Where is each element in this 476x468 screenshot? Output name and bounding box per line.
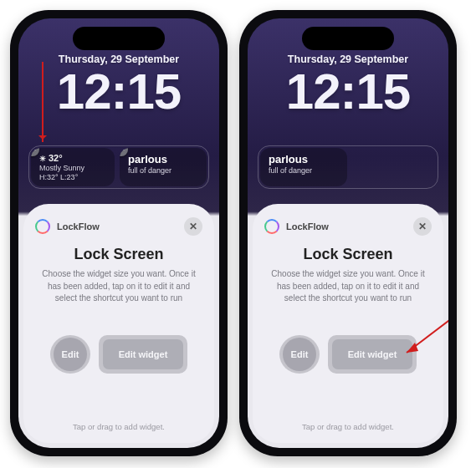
lockflow-app-icon [35, 219, 50, 234]
phone-right: Thursday, 29 September 12:15 parlous ful… [239, 10, 457, 456]
device-notch [73, 27, 165, 50]
widget-size-wide[interactable]: Edit widget [328, 335, 417, 374]
empty-widget-slot[interactable] [352, 148, 436, 186]
screen: Thursday, 29 September 12:15 − 32° Mostl… [18, 18, 219, 448]
word-term: parlous [128, 153, 198, 166]
widget-row[interactable]: parlous full of danger [258, 145, 438, 189]
weather-hilo: H:32° L:23° [39, 173, 106, 182]
widget-size-small[interactable]: Edit [50, 335, 90, 374]
wide-widget-label: Edit widget [348, 349, 397, 359]
sheet-hint: Tap or drag to add widget. [264, 422, 432, 436]
lock-time[interactable]: 12:15 [248, 67, 448, 117]
sheet-title: Lock Screen [35, 246, 202, 263]
weather-condition: Mostly Sunny [39, 164, 106, 173]
widget-config-sheet: LockFlow ✕ Lock Screen Choose the widget… [253, 204, 443, 443]
sheet-title: Lock Screen [264, 246, 432, 263]
sun-icon [39, 153, 49, 163]
small-widget-label: Edit [291, 349, 309, 359]
widget-size-wide[interactable]: Edit widget [99, 335, 187, 374]
lock-time[interactable]: 12:15 [18, 67, 219, 117]
remove-widget-button[interactable]: − [120, 148, 128, 156]
widget-size-small[interactable]: Edit [279, 335, 320, 374]
close-button[interactable]: ✕ [184, 217, 202, 236]
word-widget[interactable]: parlous full of danger [260, 148, 347, 186]
word-term: parlous [269, 153, 339, 166]
word-definition: full of danger [269, 166, 339, 176]
weather-temp: 32° [49, 153, 63, 163]
small-widget-label: Edit [62, 349, 79, 359]
sheet-app-name: LockFlow [57, 221, 100, 231]
widget-config-sheet: LockFlow ✕ Lock Screen Choose the widget… [23, 204, 214, 443]
phone-left: Thursday, 29 September 12:15 − 32° Mostl… [10, 10, 228, 456]
widget-row[interactable]: − 32° Mostly Sunny H:32° L:23° − parlous… [28, 145, 209, 189]
remove-widget-button[interactable]: − [31, 148, 39, 156]
wide-widget-label: Edit widget [119, 349, 168, 359]
sheet-hint: Tap or drag to add widget. [35, 422, 202, 436]
weather-widget[interactable]: − 32° Mostly Sunny H:32° L:23° [31, 148, 115, 186]
device-notch [302, 27, 394, 50]
word-definition: full of danger [128, 166, 198, 176]
sheet-description: Choose the widget size you want. Once it… [35, 268, 202, 305]
screen: Thursday, 29 September 12:15 parlous ful… [248, 18, 448, 448]
sheet-app-name: LockFlow [286, 221, 329, 231]
word-widget[interactable]: − parlous full of danger [120, 148, 207, 186]
lockflow-app-icon [264, 219, 279, 234]
close-button[interactable]: ✕ [413, 217, 432, 236]
sheet-description: Choose the widget size you want. Once it… [264, 268, 432, 305]
